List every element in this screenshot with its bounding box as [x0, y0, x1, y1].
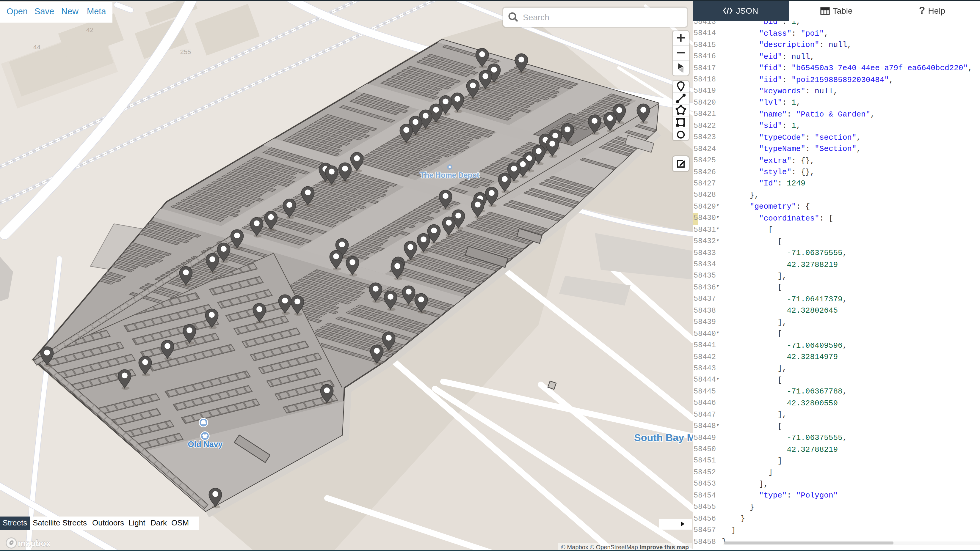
svg-text:44: 44	[33, 43, 40, 51]
svg-text:South Bay M: South Bay M	[634, 432, 693, 443]
svg-text:42: 42	[86, 26, 93, 33]
svg-text:Old Navy: Old Navy	[188, 440, 223, 448]
svg-text:255: 255	[180, 48, 191, 55]
svg-text:The Home Depot: The Home Depot	[420, 171, 479, 179]
svg-text:mapbox: mapbox	[18, 538, 50, 548]
